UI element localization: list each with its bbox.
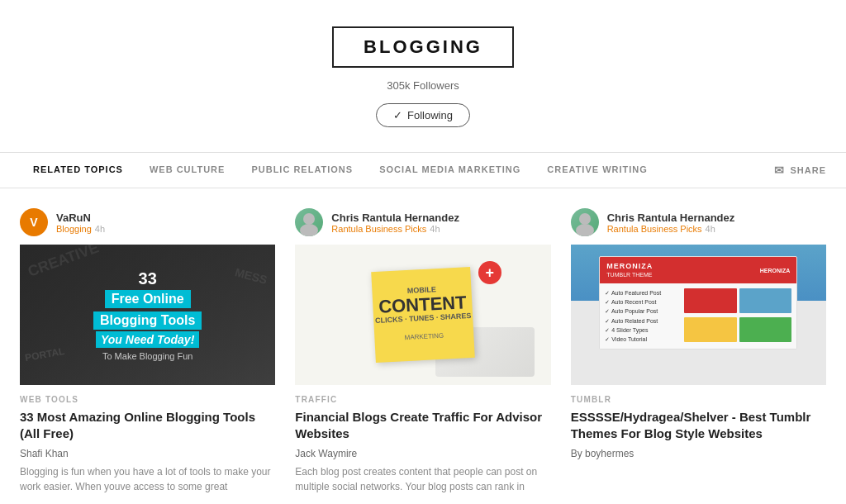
theme-logo: MERONIZATUMBLR THEME <box>606 262 653 278</box>
nav-items: RELATED TOPICS WEB CULTURE PUBLIC RELATI… <box>20 153 774 188</box>
check-icon: ✓ <box>393 109 402 121</box>
sticky-content: MOBILE CONTENT CLICKS · TUNES · SHARES M… <box>373 284 473 345</box>
theme-mockup: MERONIZATUMBLR THEME HERONIZA Auto Featu… <box>599 256 797 349</box>
theme-logo-right: HERONIZA <box>760 268 791 273</box>
card-1-title[interactable]: 33 Most Amazing Online Blogging Tools (A… <box>20 409 275 443</box>
card-1: V VaRuN Blogging 4h CREATIVE MESS PORTAL… <box>20 208 275 504</box>
user-name-card-2: Chris Rantula Hernandez <box>331 212 459 224</box>
user-channel-card-3[interactable]: Rantula Business Picks <box>607 224 702 234</box>
theme-mockup-header: MERONIZATUMBLR THEME HERONIZA <box>600 257 796 283</box>
card-2-title[interactable]: Financial Blogs Create Traffic For Advis… <box>295 409 550 443</box>
user-time-card-1: 4h <box>95 224 105 234</box>
user-name-card-3: Chris Rantula Hernandez <box>607 212 735 224</box>
card-1-user: V VaRuN Blogging 4h <box>20 208 275 236</box>
card-1-image[interactable]: CREATIVE MESS PORTAL 33 Free Online Blog… <box>20 245 275 385</box>
avatar-card-2 <box>295 208 323 236</box>
svg-point-3 <box>576 224 594 236</box>
theme-body: Auto Featured Post Auto Recent Post Auto… <box>600 283 796 349</box>
theme-img-4 <box>739 317 792 342</box>
theme-sidebar: Auto Featured Post Auto Recent Post Auto… <box>605 288 679 344</box>
user-avatar-icon-3 <box>571 208 599 236</box>
user-avatar-icon-2 <box>295 208 323 236</box>
card-3-category: TUMBLR <box>571 395 826 404</box>
svg-point-0 <box>303 213 315 225</box>
card-1-category: WEB TOOLS <box>20 395 275 404</box>
nav-item-social-media-marketing[interactable]: SOCIAL MEDIA MARKETING <box>366 153 534 188</box>
avatar-card-1: V <box>20 208 48 236</box>
cards-grid: V VaRuN Blogging 4h CREATIVE MESS PORTAL… <box>0 188 846 504</box>
nav-bar: RELATED TOPICS WEB CULTURE PUBLIC RELATI… <box>0 152 846 188</box>
theme-images-grid <box>684 288 791 344</box>
user-name-card-1: VaRuN <box>56 212 105 224</box>
user-time-card-3: 4h <box>706 224 715 234</box>
following-label: Following <box>407 109 453 121</box>
user-details-card-2: Chris Rantula Hernandez Rantula Business… <box>331 212 459 234</box>
red-plus-icon: + <box>478 261 501 284</box>
sticky-note: MOBILE CONTENT CLICKS · TUNES · SHARES M… <box>371 267 475 363</box>
user-channel-card-1[interactable]: Blogging <box>56 224 92 234</box>
share-label: SHARE <box>790 165 826 175</box>
card-3: Chris Rantula Hernandez Rantula Business… <box>571 208 826 504</box>
theme-img-3 <box>684 317 737 342</box>
card-2: Chris Rantula Hernandez Rantula Business… <box>295 208 550 504</box>
card-1-author: Shafi Khan <box>20 448 275 459</box>
user-time-card-2: 4h <box>430 224 440 234</box>
card-1-excerpt: Blogging is fun when you have a lot of t… <box>20 464 275 494</box>
page-header: BLOGGING 305k Followers ✓ Following <box>0 0 846 144</box>
nav-item-related-topics[interactable]: RELATED TOPICS <box>20 153 136 188</box>
svg-point-2 <box>579 213 591 225</box>
theme-img-2 <box>739 288 792 313</box>
followers-count: 305k Followers <box>17 79 829 92</box>
card-2-category: TRAFFIC <box>295 395 550 404</box>
page-title: BLOGGING <box>332 26 514 68</box>
theme-img-1 <box>684 288 737 313</box>
card-3-image[interactable]: MERONIZATUMBLR THEME HERONIZA Auto Featu… <box>571 245 826 385</box>
card-2-image[interactable]: + MOBILE CONTENT CLICKS · TUNES · SHARES… <box>295 245 550 385</box>
nav-item-public-relations[interactable]: PUBLIC RELATIONS <box>238 153 366 188</box>
card-3-author: By boyhermes <box>571 448 826 459</box>
card-2-user: Chris Rantula Hernandez Rantula Business… <box>295 208 550 236</box>
card-3-user: Chris Rantula Hernandez Rantula Business… <box>571 208 826 236</box>
user-details-card-1: VaRuN Blogging 4h <box>56 212 105 234</box>
following-button[interactable]: ✓ Following <box>376 103 470 127</box>
nav-item-web-culture[interactable]: WEB CULTURE <box>136 153 238 188</box>
avatar-card-3 <box>571 208 599 236</box>
user-details-card-3: Chris Rantula Hernandez Rantula Business… <box>607 212 735 234</box>
nav-item-creative-writing[interactable]: CREATIVE WRITING <box>534 153 661 188</box>
card-3-title[interactable]: ESSSSE/Hydragea/Shelver - Best Tumblr Th… <box>571 409 826 443</box>
card-2-excerpt: Each blog post creates content that peop… <box>295 464 550 494</box>
share-button[interactable]: ✉ SHARE <box>774 164 826 177</box>
share-icon: ✉ <box>774 164 785 177</box>
user-channel-card-2[interactable]: Rantula Business Picks <box>331 224 426 234</box>
svg-point-1 <box>300 224 318 236</box>
card-2-author: Jack Waymire <box>295 448 550 459</box>
